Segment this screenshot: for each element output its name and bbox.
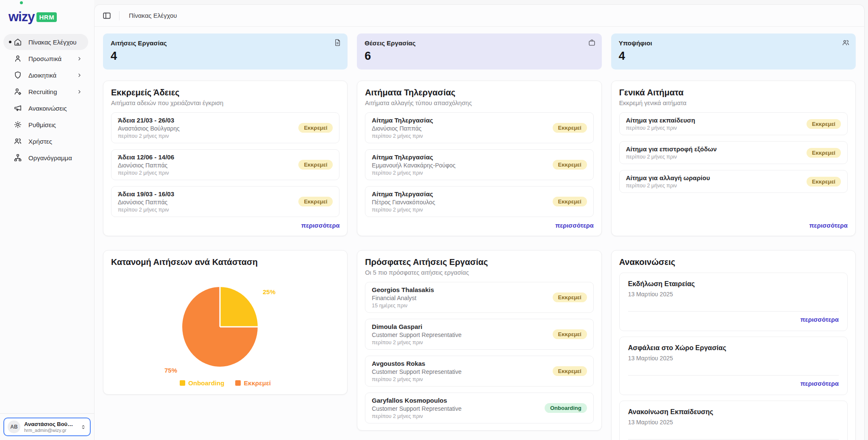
telework-request-row[interactable]: Αίτημα Τηλεργασίας Διονύσιος Παππάς περί… [365,112,593,143]
sidebar-item-recruiting[interactable]: Recruiting [3,84,88,100]
more-link[interactable]: περισσότερα [365,217,593,229]
users-icon [14,137,22,145]
stat-card-candidates[interactable]: Υποψήφιοι 4 [611,33,856,70]
sidebar-item-administrative[interactable]: Διοικητικά [3,67,88,83]
status-badge: Εκκρεμεί [553,197,587,206]
logo-text: wizy [8,9,34,25]
briefcase-icon [588,39,596,47]
more-link[interactable]: περισσότερα [111,217,339,229]
divider [628,375,839,376]
status-badge: Εκκρεμεί [553,123,587,133]
sidebar-item-label: Οργανόγραμμα [28,154,72,162]
status-badge: Onboarding [545,403,587,413]
legend-swatch [180,380,185,386]
chevron-right-icon [77,56,82,61]
stat-value: 4 [619,50,848,63]
leave-request-row[interactable]: Άδεια 21/03 - 26/03 Αναστάσιος Βούλγαρης… [111,112,339,143]
more-link[interactable]: περισσότερα [628,380,839,387]
general-request-row[interactable]: Αίτημα για επιστροφή εξόδων περίπου 2 μή… [619,141,848,164]
divider [628,311,839,312]
chevron-right-icon [77,72,82,78]
stat-value: 4 [111,50,340,63]
stat-label: Αιτήσεις Εργασίας [111,39,340,47]
sidebar-item-label: Ρυθμίσεις [28,121,56,128]
card-subtitle: Αιτήματα αλλαγής τύπου απασχόλησης [365,100,593,106]
status-badge: Εκκρεμεί [298,197,333,206]
pie-legend: Onboarding Εκκρεμεί [111,379,339,387]
sidebar-footer: AB Αναστάσιος Βούλγαρης hrm_admin@wizy.g… [0,413,94,440]
stats-row: Αιτήσεις Εργασίας 4 Θέσεις Εργασίας 6 Υπ… [103,33,856,70]
stat-label: Υποψήφιοι [619,39,848,47]
status-badge: Εκκρεμεί [298,123,333,133]
sidebar-item-settings[interactable]: Ρυθμίσεις [3,117,88,133]
sidebar-item-users[interactable]: Χρήστες [3,133,88,149]
telework-request-row[interactable]: Αίτημα Τηλεργασίας Εμμανουήλ Κανακάρης-Ρ… [365,149,593,180]
status-badge: Εκκρεμεί [807,119,841,129]
stat-value: 6 [364,50,594,63]
more-link[interactable]: περισσότερα [628,316,839,323]
more-link[interactable]: περισσότερα [619,217,848,229]
sidebar-item-announcements[interactable]: Ανακοινώσεις [3,100,88,116]
announcement-item[interactable]: Ανακοίνωση Εκπαίδευσης 13 Μαρτίου 2025 π… [619,401,848,440]
status-badge: Εκκρεμεί [807,177,841,187]
sidebar-item-dashboard[interactable]: Πίνακας Ελέγχου [3,34,88,50]
sidebar-item-label: Χρήστες [28,138,52,145]
card-title: Εκκρεμείς Άδειες [111,88,339,97]
user-icon [14,54,22,63]
sidebar-item-label: Πίνακας Ελέγχου [28,39,76,46]
general-request-row[interactable]: Αίτημα για αλλαγή ωραρίου περίπου 2 μήνε… [619,170,848,193]
home-icon [14,38,22,46]
application-row[interactable]: Garyfallos Kosmopoulos Customer Support … [365,393,593,423]
leave-request-row[interactable]: Άδεια 12/06 - 14/06 Διονύσιος Παππάς περ… [111,149,339,180]
stat-label: Θέσεις Εργασίας [364,39,594,47]
card-title: Πρόσφατες Αιτήσεις Εργασίας [365,257,593,267]
user-name: Αναστάσιος Βούλγαρης [24,421,73,427]
status-badge: Εκκρεμεί [298,160,333,170]
app-logo: wizy HRM [0,9,94,25]
user-gear-icon [14,87,22,96]
application-row[interactable]: Dimoula Gaspari Customer Support Represe… [365,319,593,350]
sidebar-item-label: Διοικητικά [28,72,56,79]
pie-percent-label: 75% [164,367,177,374]
sidebar-item-org-chart[interactable]: Οργανόγραμμα [3,150,88,166]
megaphone-icon [14,104,22,112]
dashboard-content: Αιτήσεις Εργασίας 4 Θέσεις Εργασίας 6 Υπ… [95,27,864,440]
card-title: Γενικά Αιτήματα [619,88,848,97]
topbar: Πίνακας Ελέγχου [95,5,864,27]
telework-request-row[interactable]: Αίτημα Τηλεργασίας Πέτρος Γιαννακόπουλος… [365,186,593,217]
telework-requests-card: Αιτήματα Τηλεργασίας Αιτήματα αλλαγής τύ… [357,81,601,236]
chart-title: Κατανομή Αιτήσεων ανά Κατάσταση [111,257,339,267]
sidebar-item-personal[interactable]: Προσωπικά [3,50,88,67]
stat-card-job-positions[interactable]: Θέσεις Εργασίας 6 [357,33,601,70]
org-chart-icon [14,153,22,162]
sidebar-toggle-icon[interactable] [102,11,111,20]
gear-icon [14,120,22,129]
chevron-right-icon [77,89,82,95]
pie-chart-area: 25% 75% Onboarding Εκκρεμεί [111,268,339,387]
legend-swatch [235,380,241,386]
user-menu-button[interactable]: AB Αναστάσιος Βούλγαρης hrm_admin@wizy.g… [3,418,91,436]
status-distribution-card: Κατανομή Αιτήσεων ανά Κατάσταση 25% 75% … [103,250,348,395]
sidebar-item-label: Προσωπικά [28,55,61,62]
sidebar-item-label: Recruiting [28,88,57,95]
avatar: AB [8,421,20,433]
legend-label: Εκκρεμεί [244,379,271,387]
card-title: Αιτήματα Τηλεργασίας [365,88,593,97]
announcement-item[interactable]: Εκδήλωση Εταιρείας 13 Μαρτίου 2025 περισ… [619,273,848,331]
requests-row: Εκκρεμείς Άδειες Αιτήματα αδειών που χρε… [103,81,856,236]
announcements-card: Ανακοινώσεις Εκδήλωση Εταιρείας 13 Μαρτί… [611,250,856,440]
leave-request-row[interactable]: Άδεια 19/03 - 16/03 Διονύσιος Παππάς περ… [111,186,339,217]
logo-hrm-badge: HRM [36,12,57,22]
divider [628,439,839,440]
breadcrumb: Πίνακας Ελέγχου [129,12,177,19]
status-badge: Εκκρεμεί [807,148,841,158]
announcement-item[interactable]: Ασφάλεια στο Χώρο Εργασίας 13 Μαρτίου 20… [619,337,848,395]
application-row[interactable]: Georgios Thalasakis Financial Analyst 15… [365,282,593,313]
application-row[interactable]: Avgoustos Rokas Customer Support Represe… [365,356,593,387]
stat-card-job-applications[interactable]: Αιτήσεις Εργασίας 4 [103,33,348,70]
chevron-up-down-icon [80,424,86,430]
pending-leaves-card: Εκκρεμείς Άδειες Αιτήματα αδειών που χρε… [103,81,348,236]
general-request-row[interactable]: Αίτημα για εκπαίδευση περίπου 2 μήνες πρ… [619,112,848,135]
sidebar: wizy HRM Πίνακας Ελέγχου Προσωπικά [0,0,94,440]
status-pie [182,287,258,367]
